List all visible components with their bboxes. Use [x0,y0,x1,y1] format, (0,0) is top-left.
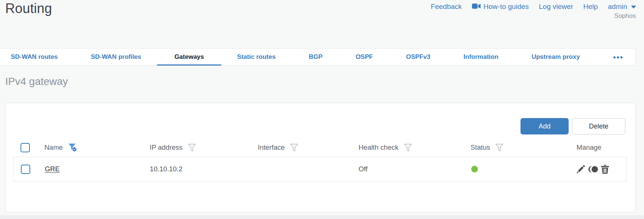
table-header: Name IP address Interface [13,138,626,157]
column-header-interface: Interface [258,143,285,152]
page-bottom-strip [0,215,644,219]
admin-menu-button[interactable]: admin [608,3,636,11]
tab-sdwan-profiles[interactable]: SD-WAN profiles [89,49,143,65]
tab-information[interactable]: Information [462,49,500,65]
table-row: GRE 10.10.10.2 Off [13,157,626,181]
tab-static-routes[interactable]: Static routes [236,49,277,65]
ipv4-gateway-card: Add Delete Name IP address [5,103,635,212]
brand-label: Sophos [614,12,636,20]
page-title: Routing [5,0,52,18]
how-to-guides-link[interactable]: How-to guides [472,3,529,11]
video-camera-icon [472,3,481,11]
filter-icon[interactable] [495,143,504,152]
log-viewer-link[interactable]: Log viewer [539,3,573,11]
tab-sdwan-routes[interactable]: SD-WAN routes [9,49,59,65]
gateways-table: Name IP address Interface [13,138,626,181]
section-title: IPv4 gateway [5,76,68,88]
gateway-health-check: Off [359,165,368,173]
column-header-name: Name [44,143,63,152]
column-header-status: Status [471,143,490,152]
edit-icon[interactable] [576,165,585,174]
tab-upstream-proxy[interactable]: Upstream proxy [530,49,581,65]
tab-bgp[interactable]: BGP [307,49,324,65]
help-link[interactable]: Help [583,3,598,11]
top-bar: Routing Feedback How-to guides Log viewe… [0,0,644,48]
filter-icon[interactable] [404,143,412,152]
gateway-name-link[interactable]: GRE [45,165,60,173]
header-links: Feedback How-to guides Log viewer Help a… [431,3,636,11]
row-manage-actions [576,165,609,174]
select-all-checkbox[interactable] [21,143,30,152]
tab-ospfv3[interactable]: OSPFv3 [404,49,432,65]
chevron-down-icon [631,6,636,9]
more-tabs-button[interactable]: ••• [612,49,625,65]
filter-active-icon[interactable] [68,143,78,152]
gateway-ip-address: 10.10.10.2 [150,165,182,173]
row-checkbox[interactable] [21,165,30,174]
delete-trash-icon[interactable] [601,165,609,174]
routing-tab-bar: SD-WAN routes SD-WAN profiles Gateways S… [0,48,636,66]
clone-icon[interactable] [588,165,598,174]
add-button[interactable]: Add [520,118,569,134]
filter-icon[interactable] [290,143,298,152]
column-header-health-check: Health check [359,143,398,152]
tab-ospf[interactable]: OSPF [354,49,374,65]
status-up-indicator [471,166,478,172]
filter-icon[interactable] [188,143,196,152]
column-header-ip-address: IP address [150,143,182,152]
column-header-manage: Manage [576,143,601,152]
delete-button[interactable]: Delete [572,118,625,134]
table-actions: Add Delete [520,118,625,134]
tab-gateways[interactable]: Gateways [173,49,205,65]
feedback-link[interactable]: Feedback [431,3,462,11]
